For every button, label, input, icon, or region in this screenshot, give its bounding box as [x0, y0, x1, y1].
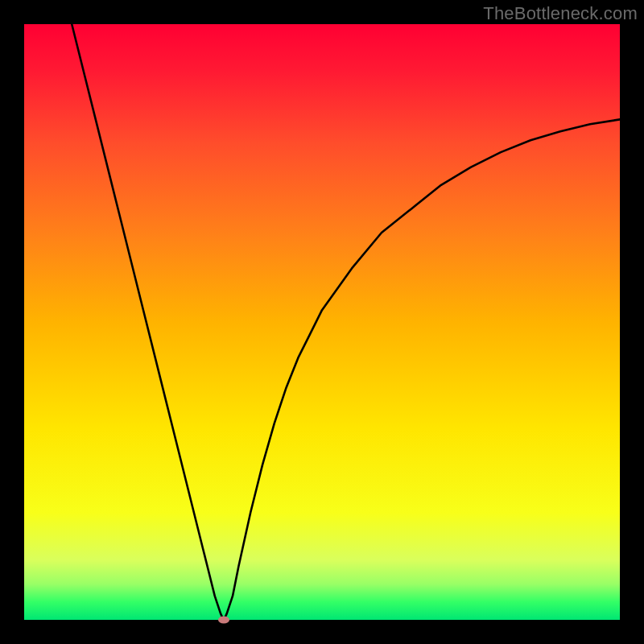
plot-area [24, 24, 620, 620]
watermark-text: TheBottleneck.com [483, 3, 638, 24]
bottleneck-curve [24, 24, 620, 620]
optimum-marker [218, 617, 229, 624]
chart-container: TheBottleneck.com [0, 0, 644, 644]
